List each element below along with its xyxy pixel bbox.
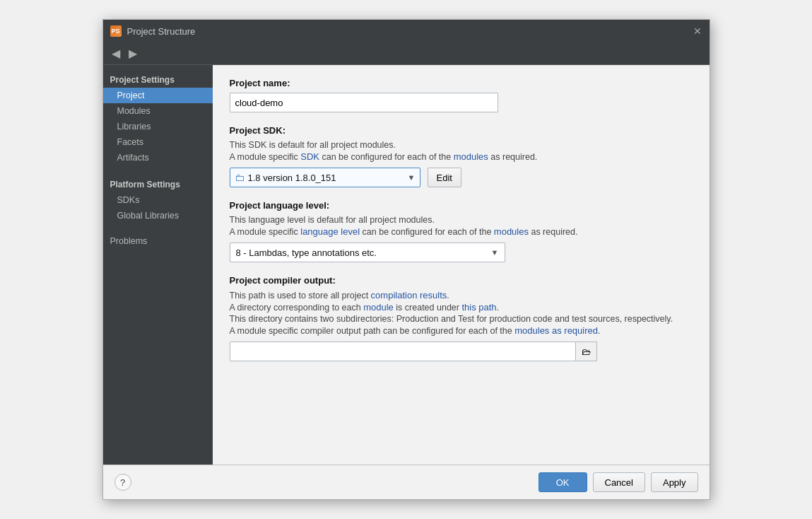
sdk-desc-2: A module specific SDK can be configured …	[230, 151, 693, 162]
project-compiler-label: Project compiler output:	[230, 275, 693, 286]
compiler-desc-1: This path is used to store all project c…	[230, 290, 693, 301]
project-lang-label: Project language level:	[230, 200, 693, 211]
sdk-folder-icon: 🗀	[235, 172, 245, 183]
sidebar-item-modules[interactable]: Modules	[103, 103, 213, 119]
sidebar-item-facets[interactable]: Facets	[103, 134, 213, 150]
help-button[interactable]: ?	[114, 474, 131, 491]
project-compiler-section: Project compiler output: This path is us…	[230, 275, 693, 361]
compiler-desc-2: A directory corresponding to each module…	[230, 302, 693, 313]
project-sdk-label: Project SDK:	[230, 125, 693, 136]
lang-desc-2: A module specific language level can be …	[230, 226, 693, 237]
sdk-dropdown[interactable]: 🗀 1.8 version 1.8.0_151 ▼	[230, 168, 420, 187]
footer: ? OK Cancel Apply	[103, 465, 710, 499]
main-content: Project name: Project SDK: This SDK is d…	[213, 65, 710, 465]
project-sdk-section: Project SDK: This SDK is default for all…	[230, 125, 693, 187]
dialog-body: Project Settings Project Modules Librari…	[103, 65, 710, 465]
sdk-row: 🗀 1.8 version 1.8.0_151 ▼ Edit	[230, 168, 693, 187]
compiler-desc-4: A module specific compiler output path c…	[230, 325, 693, 336]
compiler-desc-3: This directory contains two subdirectori…	[230, 314, 693, 324]
compiler-output-browse-button[interactable]: 🗁	[576, 342, 597, 361]
back-button[interactable]: ◀	[109, 45, 123, 62]
compiler-output-row: 🗁	[230, 342, 693, 361]
sdk-dropdown-arrow-icon: ▼	[408, 173, 416, 182]
language-level-dropdown[interactable]: 8 - Lambdas, type annotations etc. ▼	[230, 243, 505, 262]
cancel-button[interactable]: Cancel	[593, 472, 645, 492]
sdk-edit-button[interactable]: Edit	[428, 168, 461, 187]
sidebar-item-libraries[interactable]: Libraries	[103, 119, 213, 134]
sidebar-item-sdks[interactable]: SDKs	[103, 192, 213, 208]
project-name-section: Project name:	[230, 78, 693, 112]
lang-desc-1: This language level is default for all p…	[230, 215, 693, 225]
sidebar: Project Settings Project Modules Librari…	[103, 65, 213, 465]
app-icon: PS	[110, 25, 122, 37]
language-level-selected: 8 - Lambdas, type annotations etc.	[236, 247, 491, 258]
project-language-section: Project language level: This language le…	[230, 200, 693, 262]
sidebar-item-global-libraries[interactable]: Global Libraries	[103, 208, 213, 223]
sidebar-item-problems[interactable]: Problems	[103, 233, 213, 249]
platform-settings-section-label: Platform Settings	[103, 175, 213, 192]
project-settings-section-label: Project Settings	[103, 71, 213, 88]
navigation-bar: ◀ ▶	[103, 42, 710, 65]
sdk-desc-1: This SDK is default for all project modu…	[230, 140, 693, 150]
sidebar-item-artifacts[interactable]: Artifacts	[103, 150, 213, 165]
titlebar: PS Project Structure ✕	[103, 20, 710, 42]
lang-dropdown-arrow-icon: ▼	[491, 248, 499, 257]
sdk-selected-value: 1.8 version 1.8.0_151	[248, 173, 404, 183]
sidebar-item-project[interactable]: Project	[103, 88, 213, 103]
project-name-label: Project name:	[230, 78, 693, 88]
sidebar-spacer	[103, 165, 213, 175]
forward-button[interactable]: ▶	[126, 45, 140, 62]
compiler-output-input[interactable]	[230, 342, 576, 361]
project-structure-dialog: PS Project Structure ✕ ◀ ▶ Project Setti…	[102, 19, 710, 500]
project-name-input[interactable]	[230, 93, 498, 112]
apply-button[interactable]: Apply	[651, 472, 698, 492]
ok-button[interactable]: OK	[539, 472, 587, 492]
browse-folder-icon: 🗁	[582, 346, 591, 357]
dialog-title: Project Structure	[127, 26, 687, 37]
close-button[interactable]: ✕	[693, 26, 702, 36]
